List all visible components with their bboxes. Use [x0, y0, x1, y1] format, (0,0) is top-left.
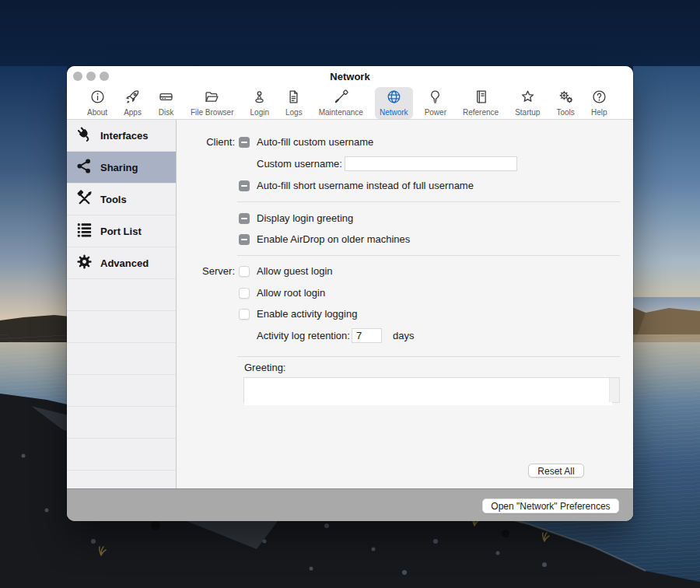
reset-all-button[interactable]: Reset All [528, 464, 584, 478]
toolbar-item-label: Apps [124, 108, 142, 117]
window-title: Network [67, 66, 633, 87]
settings-pane: Client: Auto-fill custom username Custom… [177, 120, 633, 488]
checkbox-row: Allow guest login [239, 264, 333, 278]
book-icon [473, 89, 489, 108]
custom-username-label: Custom username: [257, 158, 342, 170]
wallpaper-sky-left [0, 66, 67, 323]
activity-log-retention-input[interactable] [352, 328, 382, 343]
sidebar-item-label: Advanced [100, 257, 149, 269]
greeting-textarea[interactable] [244, 378, 612, 405]
client-section-label: Client: [177, 135, 235, 149]
toolbar-item-label: Startup [515, 108, 540, 117]
greeting-box [243, 377, 620, 403]
footer-bar: Open "Network" Preferences [67, 488, 633, 521]
display-login-greeting-checkbox[interactable] [239, 213, 250, 224]
activity-log-retention-label: Activity log retention: [257, 330, 350, 341]
sidebar-item-label: Tools [100, 194, 127, 205]
gear-icon [75, 253, 93, 274]
user-icon [251, 89, 268, 108]
rocket-icon [124, 89, 141, 108]
separator [237, 201, 620, 202]
sidebar-empty-row [67, 407, 176, 439]
autofill-custom-username-checkbox[interactable] [239, 137, 250, 148]
checkbox-label: Auto-fill short username instead of full… [257, 180, 474, 191]
toolbar-item-apps[interactable]: Apps [119, 87, 146, 119]
sidebar-item-label: Port List [100, 226, 142, 237]
sidebar-item-tools[interactable]: Tools [67, 184, 176, 215]
enable-activity-logging-checkbox[interactable] [239, 309, 250, 320]
sidebar-item-sharing[interactable]: Sharing [67, 152, 176, 184]
custom-username-input[interactable] [345, 156, 517, 171]
toolbar-item-file-browser[interactable]: File Browser [186, 87, 239, 119]
toolbar-item-label: Logs [285, 108, 303, 117]
zoom-button[interactable] [100, 72, 109, 81]
mixed-state-dash [241, 239, 247, 240]
checkbox-row: Enable activity logging [239, 307, 357, 320]
question-icon [591, 89, 607, 108]
list-icon [75, 221, 93, 242]
greeting-scrollbar[interactable] [609, 378, 619, 402]
toolbar-item-about[interactable]: About [82, 87, 112, 119]
toolbar-item-label: Reference [463, 108, 499, 117]
plug-icon [75, 125, 93, 146]
star-icon [520, 89, 536, 108]
toolbar-item-label: File Browser [191, 108, 234, 117]
toolbar-item-label: Tools [556, 108, 574, 117]
server-section-label: Server: [177, 264, 235, 278]
checkbox-label: Display login greeting [257, 212, 353, 224]
sidebar-item-port-list[interactable]: Port List [67, 215, 176, 247]
sidebar-item-label: Sharing [100, 162, 138, 173]
app-window: Network About Apps Disk File Browser Log… [67, 66, 633, 521]
greeting-label: Greeting: [244, 362, 285, 373]
toolbar-item-login[interactable]: Login [246, 87, 274, 119]
toolbar-item-maintenance[interactable]: Maintenance [314, 87, 368, 119]
close-button[interactable] [73, 72, 82, 81]
mixed-state-dash [241, 185, 247, 187]
toolbar-item-network[interactable]: Network [375, 87, 413, 119]
open-network-preferences-button[interactable]: Open "Network" Preferences [482, 499, 619, 513]
checkbox-label: Allow guest login [257, 265, 333, 277]
checkbox-label: Enable AirDrop on older machines [257, 233, 410, 245]
toolbar-item-help[interactable]: Help [586, 87, 612, 119]
gears-icon [558, 89, 574, 108]
toolbar: About Apps Disk File Browser Login Logs [67, 86, 633, 120]
share-icon [75, 157, 93, 178]
enable-airdrop-checkbox[interactable] [239, 234, 250, 245]
minimize-button[interactable] [86, 72, 96, 81]
mixed-state-dash [241, 142, 247, 143]
checkbox-row: Allow root login [239, 286, 325, 299]
custom-username-row: Custom username: [257, 157, 342, 170]
wallpaper-sky-right [633, 66, 700, 297]
activity-log-retention-row: Activity log retention: [257, 329, 350, 342]
sidebar-item-interfaces[interactable]: Interfaces [67, 120, 176, 152]
toolbar-item-reference[interactable]: Reference [458, 87, 503, 119]
toolbar-item-tools[interactable]: Tools [551, 87, 579, 119]
sidebar-empty-row [67, 375, 176, 407]
toolbar-item-label: Disk [159, 108, 173, 117]
sidebar: Interfaces Sharing Tools Port List Advan… [67, 120, 177, 488]
separator [237, 255, 620, 256]
sidebar-item-advanced[interactable]: Advanced [67, 247, 176, 279]
lightbulb-icon [427, 89, 443, 108]
main-area: Interfaces Sharing Tools Port List Advan… [67, 120, 633, 488]
sidebar-empty-row [67, 471, 176, 488]
toolbar-item-power[interactable]: Power [420, 87, 451, 119]
checkbox-label: Allow root login [257, 287, 325, 299]
toolbar-item-label: Network [380, 108, 408, 117]
sidebar-item-label: Interfaces [100, 130, 148, 142]
toolbar-item-disk[interactable]: Disk [153, 87, 179, 119]
document-icon [285, 89, 302, 108]
toolbar-item-logs[interactable]: Logs [281, 87, 307, 119]
disk-icon [158, 89, 174, 108]
allow-root-login-checkbox[interactable] [239, 288, 250, 299]
allow-guest-login-checkbox[interactable] [239, 266, 250, 277]
checkbox-row: Enable AirDrop on older machines [239, 233, 410, 246]
folder-icon [204, 89, 220, 108]
autofill-short-username-checkbox[interactable] [239, 180, 250, 191]
checkbox-row: Auto-fill short username instead of full… [239, 179, 474, 192]
sidebar-empty-row [67, 439, 176, 471]
toolbar-item-startup[interactable]: Startup [510, 87, 544, 119]
sidebar-empty-row [67, 279, 176, 311]
checkbox-label: Enable activity logging [257, 308, 357, 320]
screwdriver-icon [333, 89, 349, 108]
